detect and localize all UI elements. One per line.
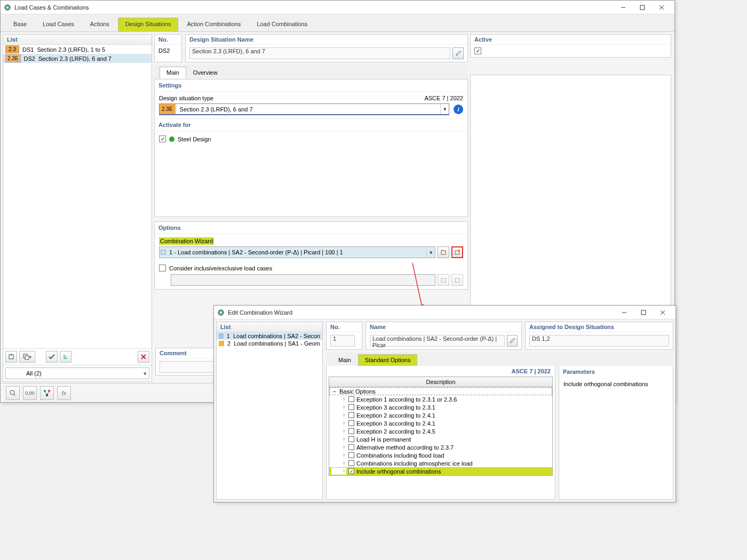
app-icon [4,4,11,11]
description-header: Description [329,377,552,387]
wizard-list-panel: List 1 Load combinations | SA2 - Secon 2… [216,322,323,500]
parameters-value: Include orthogonal combinations [559,378,673,390]
active-box: Active ✓ [470,34,671,58]
tab-design-situations[interactable]: Design Situations [118,18,179,31]
tree-root-basic-options[interactable]: − Basic Options [329,387,552,395]
window-title: Load Cases & Combinations [14,4,614,11]
tab-load-combinations[interactable]: Load Combinations [249,18,315,31]
tree-item-orthogonal[interactable]: ⊦✓Include orthogonal combinations [329,467,552,475]
no-value: DS2 [158,47,170,54]
wizard-subtabs: Main Standard Options [326,352,673,366]
edit-wizard-window: Edit Combination Wizard List 1 Load comb… [213,305,676,502]
close-button[interactable] [653,306,672,319]
svg-rect-20 [44,390,46,392]
svg-rect-29 [641,310,646,315]
color-swatch-icon [219,341,224,346]
maximize-button[interactable] [634,306,653,319]
close-button[interactable] [652,1,671,14]
minimize-button[interactable] [615,306,634,319]
new-wizard-button[interactable] [438,246,449,258]
svg-rect-16 [441,278,446,282]
wizard-tab-standard-options[interactable]: Standard Options [358,354,418,366]
tab-base[interactable]: Base [6,18,34,31]
titlebar[interactable]: Load Cases & Combinations [1,1,674,14]
inclusive-dropdown[interactable] [171,274,435,286]
tree-item[interactable]: ⊦Exception 1 according to 2.3.1 or 2.3.6 [329,395,552,403]
tab-action-combinations[interactable]: Action Combinations [179,18,248,31]
minimize-button[interactable] [614,1,633,14]
green-dot-icon [169,137,174,142]
assigned-box: Assigned to Design Situations DS 1,2 [525,322,673,350]
tree-item[interactable]: ⊦Exception 2 according to 2.4.5 [329,427,552,435]
tree-item[interactable]: ⊦Load H is permanent [329,435,552,443]
list-panel: List 2.3 DS1 Section 2.3 (LRFD), 1 to 5 … [3,34,152,382]
edit-wizard-name-button[interactable] [507,335,518,347]
copy-item-button[interactable]: ▾ [19,351,35,363]
active-checkbox[interactable]: ✓ [474,47,481,54]
delete-button[interactable] [138,351,149,363]
activate-for-header: Activate for [155,118,467,131]
svg-line-19 [14,394,15,396]
search-button[interactable] [6,386,20,400]
wizard-tab-main[interactable]: Main [331,354,358,366]
tree-item[interactable]: ⊦Combinations including flood load [329,451,552,459]
ds-name-input[interactable]: Section 2.3 (LRFD), 6 and 7 [189,47,450,59]
svg-point-1 [6,6,9,9]
units-button[interactable]: 0,00 [23,386,37,400]
list-item-ds1[interactable]: 2.3 DS1 Section 2.3 (LRFD), 1 to 5 [3,45,152,54]
assigned-input[interactable]: DS 1,2 [529,335,669,347]
info-icon[interactable]: i [454,105,463,114]
wizard-name-input[interactable]: Load combinations | SA2 - Second-order (… [370,335,505,347]
wizard-list-item-1[interactable]: 1 Load combinations | SA2 - Secon [217,332,322,340]
check-button[interactable] [46,351,58,363]
tree-item[interactable]: ⊦Exception 2 according to 2.4.1 [329,411,552,419]
wizard-no-input[interactable]: 1 [330,335,355,347]
svg-rect-3 [640,5,645,10]
main-tabs: Base Load Cases Actions Design Situation… [1,14,674,32]
tab-actions[interactable]: Actions [83,18,117,31]
edit-wizard-button[interactable] [451,246,463,258]
maximize-button[interactable] [633,1,652,14]
svg-line-24 [47,392,49,394]
wizard-list-item-2[interactable]: 2 Load combinations | SA1 - Geom [217,340,322,347]
tree-item[interactable]: ⊦Exception 3 according to 2.3.1 [329,403,552,411]
list-filter-combo[interactable]: All (2) ▾ [5,367,149,379]
svg-point-18 [10,390,14,395]
code-label-2: ASCE 7 | 2022 [327,366,555,377]
ds-type-dropdown[interactable]: 2.3E Section 2.3 (LRFD), 6 and 7 ▾ [159,103,449,115]
svg-rect-22 [46,394,48,396]
tree-item[interactable]: ⊦Combinations including atmospheric ice … [329,459,552,467]
svg-rect-17 [455,278,459,282]
svg-rect-21 [48,390,50,392]
svg-rect-10 [25,356,29,359]
titlebar[interactable]: Edit Combination Wizard [214,306,676,319]
tree-item[interactable]: ⊦Exception 3 according to 2.4.1 [329,419,552,427]
color-swatch-icon [219,333,224,339]
detail-tabs: Main Overview [154,65,468,78]
function-button[interactable]: fx [57,386,71,400]
tree-button[interactable] [40,386,54,400]
edit-inclusive-button[interactable] [451,274,463,286]
tree-item[interactable]: ⊦Alternative method according to 2.3.7 [329,443,552,451]
svg-rect-13 [441,251,446,254]
parameters-header: Parameters [559,366,673,378]
new-inclusive-button[interactable] [438,274,449,286]
subtab-overview[interactable]: Overview [186,67,225,78]
settings-section: Settings Design situation type ASCE 7 | … [154,79,468,217]
sort-button[interactable] [60,351,71,363]
combination-wizard-dropdown[interactable]: 1 - Load combinations | SA2 - Second-ord… [159,246,435,258]
edit-name-button[interactable] [452,47,464,59]
svg-point-27 [220,311,222,314]
consider-inclusive-checkbox[interactable]: Consider inclusive/exclusive load cases [159,263,463,273]
svg-point-15 [458,250,460,252]
wizard-no-box: No. 1 [326,322,362,350]
list-item-ds2[interactable]: 2.3E DS2 Section 2.3 (LRFD), 6 and 7 [3,54,152,63]
tab-load-cases[interactable]: Load Cases [35,18,82,31]
combination-wizard-label: Combination Wizard [159,237,214,245]
subtab-main[interactable]: Main [160,67,186,78]
options-section: Options Combination Wizard 1 - Load comb… [154,221,468,290]
steel-design-checkbox[interactable]: ✓ Steel Design [159,134,463,143]
svg-line-23 [45,392,47,394]
ds-type-label: Design situation type [159,95,213,101]
new-item-button[interactable] [5,351,17,363]
